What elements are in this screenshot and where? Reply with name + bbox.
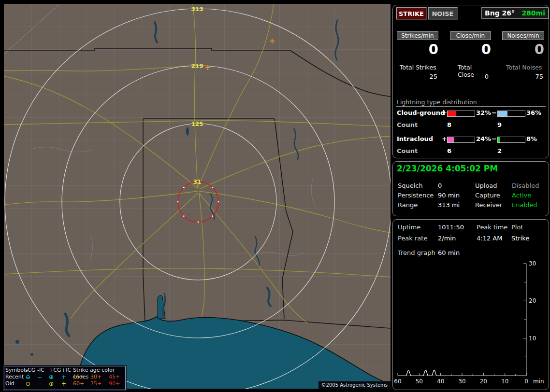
svg-text:10: 10 — [501, 378, 508, 385]
age-75: 75+ — [90, 380, 109, 387]
ic-negative-count: 2 — [497, 147, 502, 154]
strikes-per-min-label[interactable]: Strikes/min — [397, 31, 438, 40]
strikes-per-min-value: 0 — [397, 41, 438, 57]
svg-text:30: 30 — [458, 378, 465, 385]
ic-negative-bar — [497, 137, 525, 143]
total-close-value: 0 — [458, 73, 489, 80]
persistence-value: 90 min — [438, 192, 460, 199]
total-noises-value: 75 — [506, 73, 543, 80]
bearing-distance: 280mi — [521, 9, 545, 17]
svg-text:10: 10 — [529, 335, 536, 342]
trend-box: Uptime 1011:50 Peak time Plot Peak rate … — [392, 219, 549, 390]
strike-button[interactable]: STRIKE — [396, 7, 427, 20]
copyright-label: ©2005 Astrogenic Systems — [318, 381, 391, 389]
plus-icon: + — [61, 374, 73, 380]
cg-negative-bar — [497, 111, 525, 117]
svg-text:20: 20 — [529, 297, 536, 304]
intracloud-label: Intracloud — [397, 135, 433, 142]
total-noises-label: Total Noises — [506, 64, 544, 71]
minus-sign: − — [492, 109, 497, 116]
noises-per-min-label[interactable]: Noises/min — [502, 31, 544, 40]
uptime-label: Uptime — [398, 224, 420, 231]
strike-stats-box: STRIKE NOISE Bng 26° 280mi Strikes/min C… — [392, 5, 549, 158]
svg-text:min: min — [533, 378, 544, 385]
ring-label-125: 125 — [191, 121, 203, 127]
plot-mode-value: Strike — [511, 235, 529, 242]
svg-text:50: 50 — [416, 378, 423, 385]
ic-count-label: Count — [397, 147, 418, 154]
map-legend: Symbols -CG -IC +CG +IC Strike age color… — [4, 366, 126, 390]
legend-col-pcg: +CG — [49, 367, 61, 374]
noise-button[interactable]: NOISE — [428, 7, 458, 20]
peak-time-header: Peak time — [477, 224, 507, 231]
receiver-value: Enabled — [512, 201, 537, 209]
age-30: 30+ — [90, 374, 109, 380]
upload-label: Upload — [475, 182, 497, 189]
cg-positive-count: 8 — [447, 121, 451, 128]
plus-sign: + — [442, 135, 447, 142]
plus-icon: + — [61, 380, 73, 387]
peak-rate-label: Peak rate — [398, 235, 427, 242]
age-45: 45+ — [109, 374, 124, 380]
total-strikes-value: 25 — [400, 73, 437, 80]
map-canvas: 313 219 125 31 — [4, 4, 391, 389]
minus-icon: − — [37, 374, 49, 380]
ic-positive-pct: 24% — [476, 135, 491, 142]
divider — [396, 175, 546, 175]
status-box: 2/23/2026 4:05:02 PM Squelch 0 Persisten… — [392, 161, 549, 216]
ic-positive-bar — [447, 137, 475, 143]
uptime-value: 1011:50 — [438, 224, 464, 231]
trend-graph-label: Trend graph — [398, 249, 435, 256]
cg-negative-count: 9 — [497, 121, 502, 128]
datetime-display: 2/23/2026 4:05:02 PM — [397, 164, 498, 173]
age-90: 90+ — [109, 380, 124, 387]
circle-minus-icon: ⊖ — [26, 374, 37, 380]
svg-text:40: 40 — [437, 378, 444, 385]
legend-old-label: Old — [5, 380, 26, 387]
ring-label-31: 31 — [193, 179, 202, 185]
cg-positive-pct: 32% — [476, 109, 491, 116]
cg-count-label: Count — [397, 121, 418, 128]
svg-text:0: 0 — [524, 378, 528, 385]
total-strikes-label: Total Strikes — [400, 64, 438, 71]
peak-time-value: 4:12 AM — [477, 235, 502, 242]
persistence-label: Persistence — [398, 192, 434, 199]
squelch-label: Squelch — [398, 182, 423, 189]
ring-label-313: 313 — [191, 6, 203, 13]
minus-sign: − — [492, 135, 497, 142]
legend-col-ncg: -CG — [26, 367, 37, 374]
trend-graph: 1020300102030405060min — [394, 258, 547, 388]
ring-label-219: 219 — [191, 63, 203, 70]
bearing-display: Bng 26° 280mi — [481, 7, 549, 19]
capture-value: Active — [512, 192, 531, 199]
legend-symbols-header: Symbols — [5, 367, 26, 374]
legend-col-pic: +IC — [61, 367, 73, 374]
nexstorm-window: 313 219 125 31 Symbols -CG -IC +CG +IC S… — [0, 0, 550, 392]
capture-label: Capture — [475, 192, 500, 199]
range-value: 313 mi — [438, 201, 460, 209]
age-15: 15+ — [73, 374, 90, 380]
trend-window-value: 60 min — [438, 249, 460, 256]
plus-sign: + — [442, 109, 447, 116]
age-60: 60+ — [73, 380, 90, 387]
divider — [396, 106, 546, 107]
cloud-ground-label: Cloud-ground — [397, 109, 445, 116]
cg-negative-pct: 36% — [526, 109, 541, 116]
peak-rate-value: 2/min — [438, 235, 456, 242]
plot-header: Plot — [511, 224, 523, 231]
svg-text:30: 30 — [529, 260, 536, 267]
squelch-value: 0 — [438, 182, 442, 189]
close-per-min-label[interactable]: Close/min — [450, 31, 491, 40]
minus-icon: − — [37, 380, 49, 387]
svg-text:60: 60 — [394, 378, 401, 385]
cg-positive-bar — [447, 111, 475, 117]
receiver-label: Receiver — [475, 201, 502, 209]
svg-text:20: 20 — [480, 378, 487, 385]
map-view[interactable]: 313 219 125 31 Symbols -CG -IC +CG +IC S… — [4, 4, 391, 389]
circle-plus-icon: ⊕ — [49, 380, 61, 387]
legend-recent-label: Recent — [5, 374, 26, 380]
distribution-title: Lightning type distribution — [397, 98, 477, 106]
circle-minus-icon: ⊖ — [26, 380, 37, 387]
range-label: Range — [398, 201, 418, 209]
bearing-value: Bng 26° — [485, 9, 515, 17]
